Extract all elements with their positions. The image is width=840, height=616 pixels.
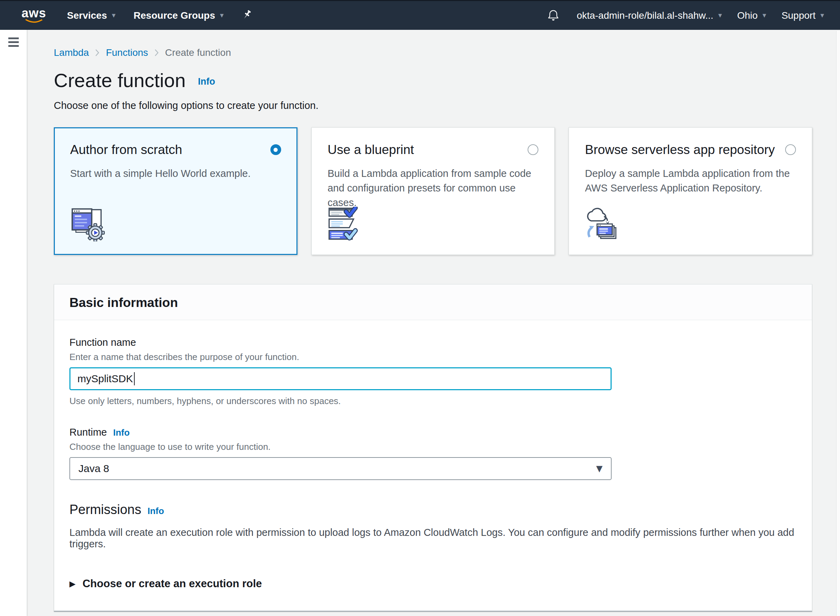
nav-services-menu[interactable]: Services ▾ — [67, 10, 116, 21]
author-from-scratch-radio[interactable] — [271, 144, 281, 155]
nav-services-label: Services — [67, 10, 107, 21]
nav-account-menu[interactable]: okta-admin-role/bilal.al-shahw... ▾ — [577, 10, 722, 21]
nav-account-label: okta-admin-role/bilal.al-shahw... — [577, 10, 713, 21]
chevron-down-icon: ▾ — [763, 12, 766, 19]
create-option-cards: Author from scratch Start with a simple … — [54, 127, 812, 255]
aws-logo-text: aws — [22, 7, 46, 19]
bell-icon[interactable] — [547, 9, 560, 22]
function-name-value: mySplitSDK — [77, 373, 133, 385]
runtime-description: Choose the language to use to write your… — [69, 441, 797, 452]
permissions-section: Permissions Info Lambda will create an e… — [69, 502, 797, 590]
page-title-info-link[interactable]: Info — [198, 76, 215, 87]
runtime-select[interactable]: Java 8 ▼ — [69, 457, 612, 480]
permissions-description: Lambda will create an execution role wit… — [69, 527, 797, 550]
chevron-down-icon: ▾ — [220, 12, 224, 19]
function-name-constraint: Use only letters, numbers, hyphens, or u… — [69, 396, 797, 406]
nav-left-group: aws Services ▾ Resource Groups ▾ — [22, 1, 253, 30]
left-sidebar-rail — [0, 30, 27, 616]
panel-header: Basic information — [54, 285, 812, 320]
card-description: Deploy a sample Lambda application from … — [585, 166, 796, 195]
runtime-info-link[interactable]: Info — [113, 427, 130, 438]
main-content: Lambda Functions Create function Create … — [27, 30, 840, 616]
author-from-scratch-icon — [70, 207, 109, 243]
hamburger-menu-icon[interactable] — [8, 37, 19, 49]
page-subtitle: Choose one of the following options to c… — [54, 100, 812, 111]
breadcrumb: Lambda Functions Create function — [54, 47, 812, 58]
function-name-description: Enter a name that describes the purpose … — [69, 352, 797, 362]
scrollbar[interactable] — [836, 31, 840, 616]
nav-support-label: Support — [781, 10, 815, 21]
text-cursor — [134, 372, 135, 385]
page-title-text: Create function — [54, 69, 186, 91]
card-title: Use a blueprint — [328, 143, 414, 157]
card-title: Browse serverless app repository — [585, 143, 775, 157]
permissions-info-link[interactable]: Info — [147, 506, 164, 516]
pushpin-icon[interactable] — [241, 10, 253, 22]
chevron-down-icon: ▾ — [820, 12, 824, 19]
nav-region-menu[interactable]: Ohio ▾ — [737, 10, 766, 21]
expander-arrow-icon: ▶ — [69, 580, 76, 588]
blueprint-icon — [328, 207, 366, 243]
basic-information-panel: Basic information Function name Enter a … — [54, 284, 812, 612]
card-use-blueprint[interactable]: Use a blueprint Build a Lambda applicati… — [311, 127, 555, 255]
aws-logo[interactable]: aws — [22, 7, 46, 24]
card-description: Build a Lambda application from sample c… — [328, 166, 539, 210]
function-name-label: Function name — [69, 337, 797, 348]
card-browse-serverless-repo[interactable]: Browse serverless app repository Deploy … — [569, 127, 812, 255]
execution-role-expander-label: Choose or create an execution role — [82, 578, 262, 590]
breadcrumb-chevron-icon — [95, 49, 100, 57]
nav-resource-groups-label: Resource Groups — [134, 10, 215, 21]
function-name-input[interactable]: mySplitSDK — [69, 367, 612, 390]
runtime-selected-value: Java 8 — [78, 463, 109, 474]
card-author-from-scratch[interactable]: Author from scratch Start with a simple … — [54, 127, 297, 255]
breadcrumb-functions[interactable]: Functions — [106, 47, 148, 58]
nav-right-group: okta-admin-role/bilal.al-shahw... ▾ Ohio… — [547, 1, 824, 30]
breadcrumb-lambda[interactable]: Lambda — [54, 47, 89, 58]
runtime-field: Runtime Info Choose the language to use … — [69, 427, 797, 480]
panel-title: Basic information — [69, 296, 797, 310]
breadcrumb-current: Create function — [165, 47, 231, 58]
runtime-label: Runtime — [69, 427, 107, 438]
permissions-title: Permissions — [69, 502, 141, 517]
nav-resource-groups-menu[interactable]: Resource Groups ▾ — [134, 10, 224, 21]
select-arrow-icon: ▼ — [596, 464, 603, 474]
panel-body: Function name Enter a name that describe… — [54, 320, 812, 611]
use-blueprint-radio[interactable] — [528, 144, 538, 155]
function-name-field: Function name Enter a name that describe… — [69, 337, 797, 406]
card-title: Author from scratch — [70, 143, 182, 157]
nav-region-label: Ohio — [737, 10, 758, 21]
top-navigation-bar: aws Services ▾ Resource Groups ▾ — [0, 0, 840, 30]
card-description: Start with a simple Hello World example. — [70, 166, 281, 181]
page-title: Create function Info — [54, 71, 812, 90]
chevron-down-icon: ▾ — [112, 12, 116, 19]
execution-role-expander[interactable]: ▶ Choose or create an execution role — [69, 578, 797, 590]
chevron-down-icon: ▾ — [718, 12, 722, 19]
browse-serverless-repo-radio[interactable] — [785, 144, 796, 155]
breadcrumb-chevron-icon — [154, 49, 159, 57]
aws-logo-smile-icon — [25, 19, 43, 24]
nav-support-menu[interactable]: Support ▾ — [781, 10, 824, 21]
serverless-repo-icon — [585, 207, 624, 243]
